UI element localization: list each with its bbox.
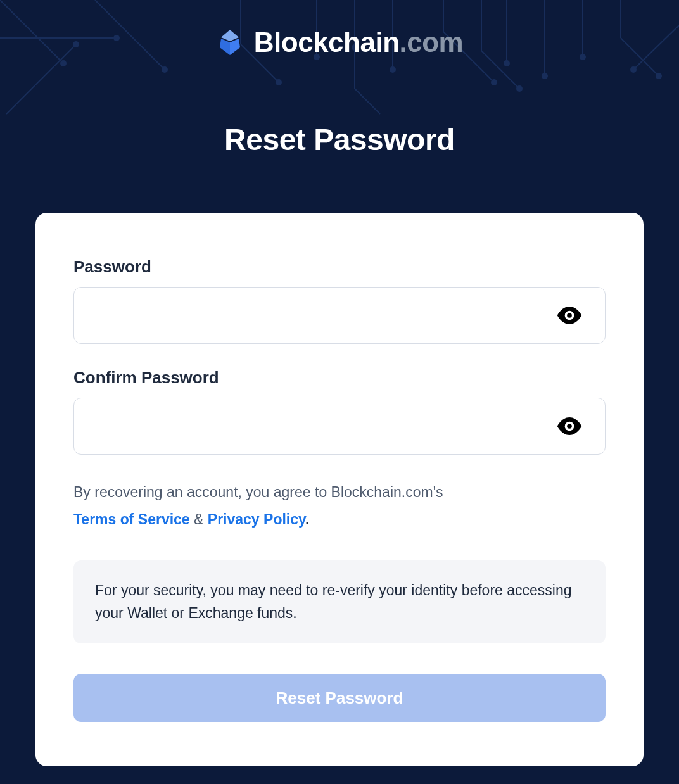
svg-point-10 <box>276 79 282 85</box>
password-input[interactable] <box>73 287 606 344</box>
legal-prefix: By recovering an account, you agree to B… <box>73 484 443 500</box>
toggle-password-visibility-button[interactable] <box>551 301 588 329</box>
reset-password-card: Password Confirm Password By recovering … <box>35 213 644 766</box>
svg-marker-35 <box>221 30 239 41</box>
toggle-confirm-visibility-button[interactable] <box>551 412 588 440</box>
confirm-password-input-wrap <box>73 398 606 455</box>
svg-point-20 <box>491 79 497 85</box>
eye-icon <box>556 417 583 435</box>
svg-line-14 <box>355 89 380 114</box>
svg-point-41 <box>567 424 572 429</box>
svg-point-27 <box>542 73 548 79</box>
password-label: Password <box>73 257 606 277</box>
blockchain-logo-icon <box>216 28 244 56</box>
svg-marker-36 <box>220 39 230 55</box>
brand-logo: Blockchain.com <box>216 27 463 58</box>
confirm-password-label: Confirm Password <box>73 368 606 388</box>
privacy-policy-link[interactable]: Privacy Policy <box>208 511 305 528</box>
svg-point-25 <box>504 60 510 66</box>
legal-suffix-dot: . <box>305 511 309 528</box>
legal-disclaimer: By recovering an account, you agree to B… <box>73 479 606 533</box>
password-input-wrap <box>73 287 606 344</box>
security-notice: For your security, you may need to re-ve… <box>73 560 606 643</box>
svg-point-34 <box>630 66 637 73</box>
svg-point-32 <box>656 73 662 79</box>
svg-point-5 <box>162 66 168 73</box>
brand-name-suffix: .com <box>400 27 464 58</box>
svg-marker-37 <box>230 39 240 55</box>
brand-name-primary: Blockchain <box>254 27 400 58</box>
confirm-password-input[interactable] <box>73 398 606 455</box>
terms-of-service-link[interactable]: Terms of Service <box>73 511 190 528</box>
svg-point-23 <box>516 85 523 92</box>
legal-ampersand: & <box>190 511 208 528</box>
svg-point-39 <box>567 313 572 318</box>
brand-name: Blockchain.com <box>254 27 463 58</box>
svg-point-17 <box>390 66 396 73</box>
page-title: Reset Password <box>0 122 679 157</box>
reset-password-button[interactable]: Reset Password <box>73 674 606 722</box>
svg-point-3 <box>60 60 67 66</box>
eye-icon <box>556 307 583 324</box>
header: Blockchain.com <box>0 0 679 59</box>
